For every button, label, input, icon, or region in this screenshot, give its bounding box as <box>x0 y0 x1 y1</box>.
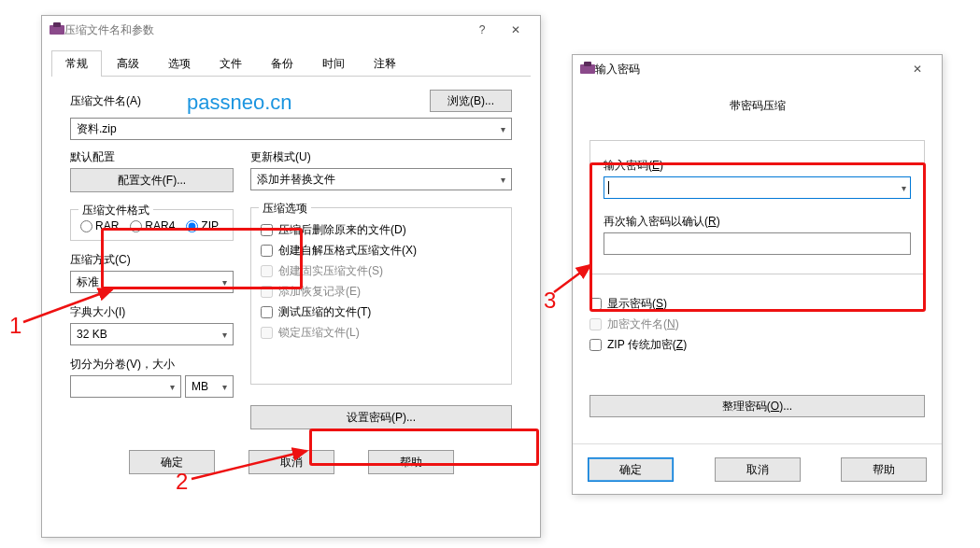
tab-comment[interactable]: 注释 <box>360 50 410 77</box>
titlebar: 输入密码 ✕ <box>573 55 942 83</box>
tab-general[interactable]: 常规 <box>51 50 102 77</box>
format-rar-radio[interactable]: RAR <box>80 219 119 232</box>
ok-button[interactable]: 确定 <box>129 450 215 474</box>
split-size-combo[interactable]: ▾ <box>70 375 181 398</box>
reenter-password-label: 再次输入密码以确认(R) <box>604 214 911 230</box>
dict-combo[interactable]: 32 KB ▾ <box>70 323 234 345</box>
chevron-down-icon: ▾ <box>222 277 227 288</box>
opt-delete[interactable]: 压缩后删除原来的文件(D) <box>261 222 502 238</box>
winrar-icon <box>50 22 64 37</box>
set-password-button[interactable]: 设置密码(P)... <box>250 405 512 429</box>
help-icon[interactable]: ? <box>465 18 499 42</box>
method-label: 压缩方式(C) <box>70 252 234 268</box>
split-unit-combo[interactable]: MB ▾ <box>185 375 234 398</box>
format-group: 压缩文件格式 RAR RAR4 ZIP <box>70 209 234 241</box>
chevron-down-icon: ▾ <box>501 124 505 134</box>
tab-files[interactable]: 文件 <box>206 50 256 77</box>
dialog-buttons: 确定 取消 帮助 <box>573 443 942 495</box>
format-rar4-radio[interactable]: RAR4 <box>130 219 175 232</box>
titlebar: 压缩文件名和参数 ? ✕ <box>42 16 540 44</box>
dialog-body: 压缩文件名(A) 浏览(B)... 资料.zip ▾ 默认配置 配置文件(F).… <box>42 77 540 439</box>
password-dialog: 输入密码 ✕ 带密码压缩 输入密码(E) ▾ 再次输入密码以确认(R) <box>572 54 943 495</box>
tab-time[interactable]: 时间 <box>308 50 359 77</box>
encrypt-names-checkbox: 加密文件名(N) <box>589 316 925 332</box>
split-label: 切分为分卷(V)，大小 <box>70 357 234 372</box>
enter-password-label: 输入密码(E) <box>604 158 911 174</box>
help-button[interactable]: 帮助 <box>368 450 454 474</box>
method-combo[interactable]: 标准 ▾ <box>70 271 234 293</box>
archive-name-label: 压缩文件名(A) <box>70 93 420 109</box>
tab-advanced[interactable]: 高级 <box>103 50 153 77</box>
cancel-button[interactable]: 取消 <box>249 450 334 474</box>
dialog-title: 输入密码 <box>595 62 901 77</box>
text-caret <box>608 181 609 194</box>
annotation-number-3: 3 <box>544 288 556 314</box>
default-profile-label: 默认配置 <box>70 149 234 165</box>
opt-solid: 创建固实压缩文件(S) <box>261 263 502 279</box>
archive-name-input[interactable]: 资料.zip ▾ <box>70 118 512 140</box>
update-mode-label: 更新模式(U) <box>250 149 512 165</box>
password-fields-group: 输入密码(E) ▾ 再次输入密码以确认(R) <box>589 140 925 274</box>
annotation-number-1: 1 <box>9 313 21 339</box>
update-mode-combo[interactable]: 添加并替换文件 ▾ <box>250 168 512 190</box>
close-icon[interactable]: ✕ <box>901 57 934 81</box>
zip-legacy-checkbox[interactable]: ZIP 传统加密(Z) <box>589 337 925 353</box>
ok-button[interactable]: 确定 <box>588 457 674 482</box>
chevron-down-icon: ▾ <box>222 382 227 392</box>
profiles-button[interactable]: 配置文件(F)... <box>70 168 234 192</box>
format-zip-radio[interactable]: ZIP <box>186 219 219 232</box>
archive-name-value: 资料.zip <box>77 121 117 137</box>
chevron-down-icon: ▾ <box>170 382 175 392</box>
browse-button[interactable]: 浏览(B)... <box>430 90 512 112</box>
opt-lock: 锁定压缩文件(L) <box>261 325 502 341</box>
options-group: 压缩选项 压缩后删除原来的文件(D) 创建自解压格式压缩文件(X) 创建固实压缩… <box>250 207 512 385</box>
opt-test[interactable]: 测试压缩的文件(T) <box>261 304 502 320</box>
dialog-title: 压缩文件名和参数 <box>64 22 465 38</box>
chevron-down-icon[interactable]: ▾ <box>902 183 906 193</box>
tab-options[interactable]: 选项 <box>154 50 205 77</box>
cancel-button[interactable]: 取消 <box>715 457 801 482</box>
options-group-label: 压缩选项 <box>259 201 311 217</box>
annotation-number-2: 2 <box>176 469 188 495</box>
password-input[interactable]: ▾ <box>604 176 911 199</box>
opt-recovery: 添加恢复记录(E) <box>261 284 502 300</box>
dict-label: 字典大小(I) <box>70 304 234 320</box>
password-subtitle: 带密码压缩 <box>589 98 925 114</box>
winrar-icon <box>580 62 595 77</box>
close-icon[interactable]: ✕ <box>499 18 533 42</box>
show-password-checkbox[interactable]: 显示密码(S) <box>589 296 925 312</box>
tab-backup[interactable]: 备份 <box>257 50 307 77</box>
opt-sfx[interactable]: 创建自解压格式压缩文件(X) <box>261 243 502 259</box>
help-button[interactable]: 帮助 <box>841 457 927 482</box>
chevron-down-icon: ▾ <box>222 330 227 340</box>
format-group-label: 压缩文件格式 <box>78 203 153 218</box>
dialog-buttons: 确定 取消 帮助 <box>42 439 540 487</box>
chevron-down-icon: ▾ <box>501 175 505 185</box>
tab-strip: 常规 高级 选项 文件 备份 时间 注释 <box>51 49 531 77</box>
archive-params-dialog: 压缩文件名和参数 ? ✕ 常规 高级 选项 文件 备份 时间 注释 压缩文件名(… <box>41 15 541 538</box>
organize-passwords-button[interactable]: 整理密码(O)... <box>589 395 925 417</box>
password-confirm-input[interactable] <box>604 232 911 255</box>
